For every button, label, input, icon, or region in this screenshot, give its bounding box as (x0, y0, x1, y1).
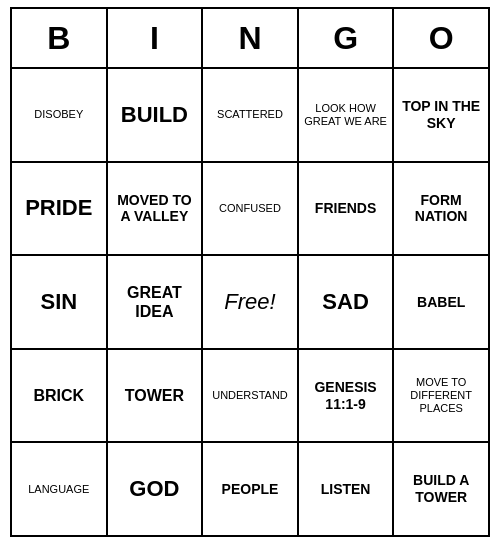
cell-text-2-2: Free! (224, 289, 275, 315)
cell-text-1-0: PRIDE (25, 195, 92, 221)
cell-2-2: Free! (203, 256, 299, 348)
row-3: BRICKTOWERUNDERSTANDGENESIS 11:1-9MOVE T… (12, 350, 488, 444)
cell-text-3-1: TOWER (125, 386, 184, 405)
cell-2-0: SIN (12, 256, 108, 348)
cell-text-3-2: UNDERSTAND (212, 389, 288, 402)
cell-text-4-2: PEOPLE (222, 481, 279, 498)
bingo-grid: DISOBEYBUILDSCATTEREDLOOK HOW GREAT WE A… (12, 69, 488, 535)
cell-text-4-4: BUILD A TOWER (398, 472, 484, 506)
cell-0-3: LOOK HOW GREAT WE ARE (299, 69, 395, 161)
header-letter-o: O (394, 9, 488, 67)
cell-1-2: CONFUSED (203, 163, 299, 255)
cell-1-0: PRIDE (12, 163, 108, 255)
cell-3-3: GENESIS 11:1-9 (299, 350, 395, 442)
bingo-header: BINGO (12, 9, 488, 69)
cell-text-4-1: GOD (129, 476, 179, 502)
cell-1-1: MOVED TO A VALLEY (108, 163, 204, 255)
cell-text-0-4: TOP IN THE SKY (398, 98, 484, 132)
cell-text-4-0: LANGUAGE (28, 483, 89, 496)
cell-text-2-1: GREAT IDEA (112, 283, 198, 321)
cell-text-3-0: BRICK (33, 386, 84, 405)
cell-text-3-3: GENESIS 11:1-9 (303, 379, 389, 413)
bingo-card: BINGO DISOBEYBUILDSCATTEREDLOOK HOW GREA… (10, 7, 490, 537)
header-letter-b: B (12, 9, 108, 67)
header-letter-n: N (203, 9, 299, 67)
cell-4-4: BUILD A TOWER (394, 443, 488, 535)
cell-text-1-2: CONFUSED (219, 202, 281, 215)
row-2: SINGREAT IDEAFree!SADBABEL (12, 256, 488, 350)
cell-3-1: TOWER (108, 350, 204, 442)
cell-text-3-4: MOVE TO DIFFERENT PLACES (398, 376, 484, 416)
cell-text-2-4: BABEL (417, 294, 465, 311)
cell-3-2: UNDERSTAND (203, 350, 299, 442)
row-4: LANGUAGEGODPEOPLELISTENBUILD A TOWER (12, 443, 488, 535)
header-letter-i: I (108, 9, 204, 67)
cell-text-2-3: SAD (322, 289, 368, 315)
cell-2-3: SAD (299, 256, 395, 348)
cell-4-1: GOD (108, 443, 204, 535)
cell-text-0-1: BUILD (121, 102, 188, 128)
cell-4-3: LISTEN (299, 443, 395, 535)
cell-0-4: TOP IN THE SKY (394, 69, 488, 161)
cell-text-1-4: FORM NATION (398, 192, 484, 226)
cell-2-4: BABEL (394, 256, 488, 348)
cell-text-1-3: FRIENDS (315, 200, 376, 217)
cell-0-0: DISOBEY (12, 69, 108, 161)
cell-2-1: GREAT IDEA (108, 256, 204, 348)
cell-1-4: FORM NATION (394, 163, 488, 255)
cell-4-2: PEOPLE (203, 443, 299, 535)
cell-text-2-0: SIN (40, 289, 77, 315)
cell-3-0: BRICK (12, 350, 108, 442)
cell-text-1-1: MOVED TO A VALLEY (112, 192, 198, 226)
row-1: PRIDEMOVED TO A VALLEYCONFUSEDFRIENDSFOR… (12, 163, 488, 257)
cell-0-1: BUILD (108, 69, 204, 161)
cell-text-0-2: SCATTERED (217, 108, 283, 121)
cell-0-2: SCATTERED (203, 69, 299, 161)
header-letter-g: G (299, 9, 395, 67)
cell-text-4-3: LISTEN (321, 481, 371, 498)
cell-text-0-0: DISOBEY (34, 108, 83, 121)
cell-3-4: MOVE TO DIFFERENT PLACES (394, 350, 488, 442)
cell-4-0: LANGUAGE (12, 443, 108, 535)
row-0: DISOBEYBUILDSCATTEREDLOOK HOW GREAT WE A… (12, 69, 488, 163)
cell-text-0-3: LOOK HOW GREAT WE ARE (303, 102, 389, 128)
cell-1-3: FRIENDS (299, 163, 395, 255)
